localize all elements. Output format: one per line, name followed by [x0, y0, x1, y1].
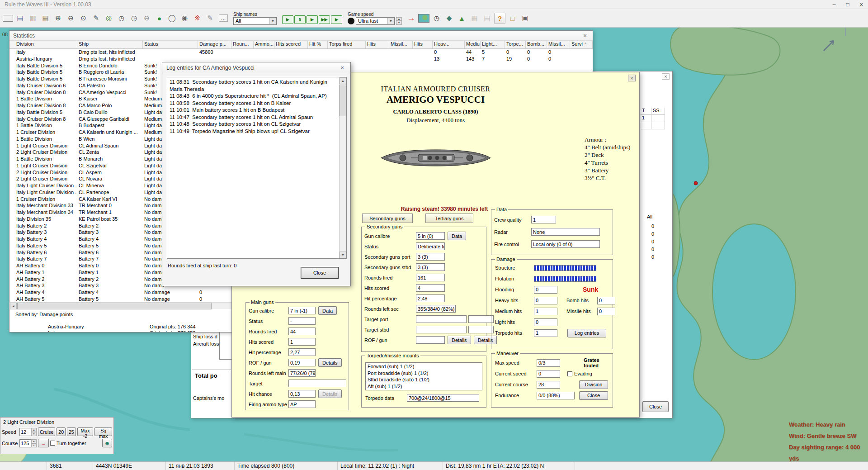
- max-speed-button[interactable]: Max -2: [77, 427, 94, 436]
- circle-icon[interactable]: ◉: [179, 13, 190, 24]
- table-row[interactable]: ItalyDmg pts lost, hits inflicted4586004…: [9, 49, 593, 56]
- log-entry[interactable]: 11 08:43 6 in 4000 yds Superstructure hi…: [170, 93, 336, 100]
- log-dialog-close-icon[interactable]: ×: [338, 64, 346, 71]
- terrain-icon[interactable]: ▲: [456, 13, 467, 24]
- spin-up-icon[interactable]: ▲: [31, 439, 37, 443]
- scroll-up-icon[interactable]: ▲: [340, 77, 346, 84]
- table-row[interactable]: Austria-HungaryDmg pts lost, hits inflic…: [9, 56, 593, 62]
- column-header-hit[interactable]: Hit %: [308, 41, 328, 48]
- tab-tertiary-guns[interactable]: Tertiary guns: [425, 214, 473, 223]
- speed-knob-icon[interactable]: [348, 18, 354, 24]
- tab-secondary-guns[interactable]: Secondary guns: [362, 214, 413, 223]
- log-entry[interactable]: 11 10:48 Secondary battery scores 1 hit …: [170, 121, 336, 128]
- evading-checkbox[interactable]: [567, 371, 572, 376]
- column-header-division[interactable]: Division: [15, 41, 77, 48]
- plot-course-button[interactable]: →: [38, 439, 49, 447]
- column-header-light[interactable]: Light...: [481, 41, 505, 48]
- column-header-hits[interactable]: Hits: [366, 41, 389, 48]
- signal-icon[interactable]: ◆: [443, 13, 455, 24]
- zoom-reset-icon[interactable]: ⊙: [78, 13, 89, 24]
- game-speed-select[interactable]: Ultra fast ▼: [356, 17, 395, 25]
- stop-icon[interactable]: ⊖: [141, 13, 152, 24]
- column-header-damage-p[interactable]: Damage p...: [198, 41, 231, 48]
- minimize-button[interactable]: –: [827, 0, 841, 9]
- print-icon[interactable]: ▣: [519, 13, 531, 24]
- course-spinner[interactable]: 125 ▲ ▼: [19, 439, 37, 447]
- help-button[interactable]: ?: [494, 13, 505, 24]
- scroll-left-icon[interactable]: ◄: [10, 303, 17, 309]
- time-alt-icon[interactable]: ◶: [128, 13, 140, 24]
- log-close-button[interactable]: Close: [301, 267, 339, 279]
- play-5-button[interactable]: 5: [294, 15, 306, 24]
- report-close-button[interactable]: Close: [642, 401, 669, 412]
- column-header-torpe[interactable]: Torpe...: [505, 41, 526, 48]
- measure-icon[interactable]: ✎: [90, 13, 102, 24]
- speed-spinner[interactable]: 12 ▲ ▼: [19, 428, 37, 436]
- torpedo-mount-item[interactable]: Stbd broadside (sub) 1 (1/2): [368, 376, 480, 383]
- spin-up-icon[interactable]: ▲: [31, 428, 37, 432]
- scroll-down-icon[interactable]: ▼: [340, 252, 346, 258]
- statistics-close-icon[interactable]: ×: [581, 32, 589, 39]
- column-header-survi[interactable]: Survi^: [570, 41, 593, 48]
- speed-25-button[interactable]: 25: [67, 427, 76, 436]
- more-button[interactable]: …: [219, 14, 228, 22]
- data-button[interactable]: Data: [318, 306, 337, 315]
- column-header-status[interactable]: Status: [143, 41, 198, 48]
- zoom-in-icon[interactable]: ⊕: [52, 13, 64, 24]
- column-header-ship[interactable]: Ship: [77, 41, 143, 48]
- spin-down-icon[interactable]: ▼: [31, 432, 37, 436]
- splash-icon[interactable]: ※: [192, 13, 203, 24]
- graph-icon[interactable]: ▤: [481, 13, 493, 24]
- skip-button[interactable]: ▶: [331, 15, 342, 24]
- zoom-out-icon[interactable]: ⊖: [65, 13, 76, 24]
- column-header-mediu[interactable]: Mediu...: [465, 41, 481, 48]
- spin-down-icon[interactable]: ▼: [396, 21, 402, 25]
- hold-icon[interactable]: ◯: [166, 13, 178, 24]
- turn-together-checkbox[interactable]: [50, 441, 55, 446]
- windows-icon[interactable]: □: [507, 13, 518, 24]
- chart-icon[interactable]: ▦: [469, 13, 480, 24]
- log-entry[interactable]: 11 08:58 Secondary battery scores 1 hit …: [170, 100, 336, 107]
- oob-table-icon[interactable]: ▦: [40, 13, 51, 24]
- scroll-thumb[interactable]: [17, 303, 212, 309]
- column-header-roun[interactable]: Roun...: [231, 41, 254, 48]
- column-header-heav[interactable]: Heav...: [433, 41, 465, 48]
- game-speed-spinner[interactable]: ▲ ▼: [396, 17, 402, 25]
- nation-flag-icon[interactable]: [3, 15, 13, 22]
- scroll-thumb[interactable]: [340, 85, 346, 116]
- column-header-torps-fired[interactable]: Torps fired: [328, 41, 366, 48]
- report-close-icon[interactable]: ×: [662, 73, 670, 80]
- globe-icon[interactable]: ◎: [103, 13, 114, 24]
- spin-down-icon[interactable]: ▼: [31, 443, 37, 447]
- column-header-missil[interactable]: Missil...: [389, 41, 413, 48]
- log-entry[interactable]: 11 08:31 Secondary battery scores 1 hit …: [170, 79, 336, 93]
- division-button[interactable]: Division: [579, 380, 608, 389]
- draw-icon[interactable]: ✎: [204, 13, 216, 24]
- column-header-hits[interactable]: Hits: [413, 41, 433, 48]
- log-entry[interactable]: 11 10:49 Torpedo Magazine hit! Ship blow…: [170, 128, 336, 135]
- ship-window-close-icon[interactable]: ×: [628, 75, 636, 81]
- ship-names-select[interactable]: All ▼: [233, 17, 277, 25]
- report-icon[interactable]: ▥: [27, 13, 38, 24]
- torpedo-mount-item[interactable]: Aft (sub) 1 (1/2): [368, 383, 480, 390]
- advance-turn-icon[interactable]: →: [406, 13, 417, 24]
- play-button[interactable]: ▶: [282, 15, 293, 24]
- fast-forward-button[interactable]: ▶▶: [319, 15, 330, 24]
- torpedo-mount-item[interactable]: Port broadside (sub) 1 (1/2): [368, 370, 480, 377]
- compass-button[interactable]: ⊕: [102, 439, 112, 447]
- go-icon[interactable]: ●: [154, 13, 165, 24]
- log-scrollbar[interactable]: ▲ ▼: [339, 77, 346, 258]
- column-header-bomb[interactable]: Bomb...: [526, 41, 547, 48]
- ship-close-button[interactable]: Close: [579, 391, 608, 400]
- close-button[interactable]: ×: [854, 0, 868, 9]
- data-button[interactable]: Data: [448, 232, 466, 240]
- log-entry[interactable]: 11 10:01 Main battery scores 1 hit on B …: [170, 107, 336, 114]
- column-header-missil[interactable]: Missil...: [547, 41, 570, 48]
- course-value[interactable]: 125: [19, 439, 31, 447]
- column-header-hits-scored[interactable]: Hits scored: [274, 41, 308, 48]
- maximize-button[interactable]: □: [841, 0, 854, 9]
- spin-up-icon[interactable]: ▲: [396, 17, 402, 21]
- speed-20-button[interactable]: 20: [57, 427, 66, 436]
- minimap-icon[interactable]: [418, 14, 429, 23]
- torpedo-mount-item[interactable]: Forward (sub) 1 (1/2): [368, 363, 480, 370]
